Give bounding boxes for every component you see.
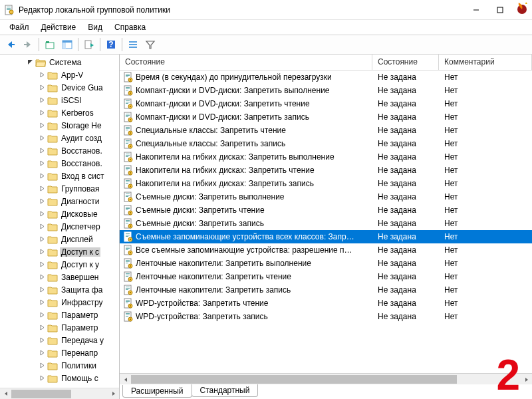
tree-node[interactable]: Вход в сист bbox=[0, 170, 119, 182]
export-list-button[interactable] bbox=[81, 37, 97, 53]
policy-row[interactable]: Съемные запоминающие устройства всех кла… bbox=[120, 230, 532, 243]
tree-node[interactable]: Помощь с bbox=[0, 372, 119, 384]
policy-row[interactable]: Компакт-диски и DVD-диски: Запретить чте… bbox=[120, 97, 532, 110]
tree-node[interactable]: Диагности bbox=[0, 195, 119, 207]
tree-node[interactable]: iSCSI bbox=[0, 94, 119, 106]
tree-expander-icon[interactable] bbox=[39, 160, 46, 167]
policy-row[interactable]: Время (в секундах) до принудительной пер… bbox=[120, 70, 532, 84]
tree-expander-icon[interactable] bbox=[39, 198, 46, 205]
tree-node[interactable]: Дисплей bbox=[0, 233, 119, 245]
policy-row[interactable]: Специальные классы: Запретить записьНе з… bbox=[120, 137, 532, 150]
policy-row[interactable]: Все съемные запоминающие устройства: раз… bbox=[120, 243, 532, 257]
policy-row[interactable]: WPD-устройства: Запретить записьНе задан… bbox=[120, 310, 532, 323]
tree-node[interactable]: Восстанов. bbox=[0, 144, 119, 157]
policy-row[interactable]: Ленточные накопители: Запретить записьНе… bbox=[120, 283, 532, 297]
tree-expander-icon[interactable] bbox=[39, 299, 46, 306]
tree-node[interactable]: Групповая bbox=[0, 182, 119, 195]
tree-expander-icon[interactable] bbox=[39, 311, 46, 319]
policy-row[interactable]: Накопители на гибких дисках: Запретить ч… bbox=[120, 164, 532, 177]
tab-extended[interactable]: Расширенный bbox=[122, 385, 192, 398]
tree-node[interactable]: Восстанов. bbox=[0, 157, 119, 170]
tree-horizontal-scrollbar[interactable] bbox=[0, 388, 119, 399]
all-settings-button[interactable] bbox=[125, 37, 141, 53]
tree-expander-icon[interactable] bbox=[39, 349, 46, 356]
maximize-button[interactable] bbox=[488, 1, 512, 19]
tree-expander-icon[interactable] bbox=[39, 223, 46, 230]
tree-node[interactable]: Device Gua bbox=[0, 81, 119, 94]
tree-panel[interactable]: СистемаApp-VDevice GuaiSCSIKerberosStora… bbox=[0, 55, 120, 399]
tree-node[interactable]: Параметр bbox=[0, 321, 119, 334]
tree-node[interactable]: App-V bbox=[0, 68, 119, 81]
tree-expander-icon[interactable] bbox=[39, 134, 46, 142]
tree-node-root[interactable]: Система bbox=[0, 56, 119, 68]
forward-button[interactable] bbox=[20, 37, 36, 53]
tree-node[interactable]: Kerberos bbox=[0, 106, 119, 119]
menu-help[interactable]: Справка bbox=[109, 21, 151, 33]
tree-expander-icon[interactable] bbox=[39, 273, 46, 281]
scroll-right-icon[interactable] bbox=[521, 374, 532, 385]
tree-expander-icon[interactable] bbox=[39, 210, 46, 217]
tree-expander-icon[interactable] bbox=[39, 96, 46, 104]
tree-node[interactable]: Защита фа bbox=[0, 283, 119, 296]
tree-node[interactable]: Передача у bbox=[0, 334, 119, 346]
tree-node[interactable]: Доступ к у bbox=[0, 258, 119, 271]
menu-view[interactable]: Вид bbox=[82, 21, 108, 33]
tree-node[interactable]: Доступ к с bbox=[0, 245, 119, 258]
tree-expander-icon[interactable] bbox=[39, 122, 46, 129]
policy-row[interactable]: Компакт-диски и DVD-диски: Запретить вып… bbox=[120, 84, 532, 97]
column-header-comment[interactable]: Комментарий bbox=[439, 55, 532, 70]
column-header-name[interactable]: Состояние bbox=[120, 55, 372, 70]
tree-expander-icon[interactable] bbox=[39, 147, 46, 154]
extension-icon[interactable] bbox=[515, 1, 529, 15]
scroll-left-icon[interactable] bbox=[0, 388, 11, 400]
tree-node[interactable]: Перенапр bbox=[0, 346, 119, 359]
policy-row[interactable]: Ленточные накопители: Запретить выполнен… bbox=[120, 257, 532, 270]
show-hide-tree-button[interactable] bbox=[59, 37, 75, 53]
scrollbar-thumb[interactable] bbox=[11, 390, 71, 398]
tab-standard[interactable]: Стандартный bbox=[192, 384, 259, 397]
policy-row[interactable]: Съемные диски: Запретить выполнениеНе за… bbox=[120, 190, 532, 203]
tree-expander-icon[interactable] bbox=[39, 362, 46, 369]
tree-expander-icon[interactable] bbox=[39, 248, 46, 255]
tree-expander-icon[interactable] bbox=[27, 59, 34, 66]
scroll-left-icon[interactable] bbox=[120, 374, 131, 385]
policy-row[interactable]: Съемные диски: Запретить записьНе задана… bbox=[120, 217, 532, 230]
menu-action[interactable]: Действие bbox=[36, 21, 82, 33]
tree-node[interactable]: Параметр bbox=[0, 309, 119, 321]
list-horizontal-scrollbar[interactable] bbox=[120, 373, 532, 384]
policy-row[interactable]: Накопители на гибких дисках: Запретить з… bbox=[120, 177, 532, 190]
tree-node[interactable]: Дисковые bbox=[0, 207, 119, 220]
tree-expander-icon[interactable] bbox=[39, 185, 46, 192]
tree-expander-icon[interactable] bbox=[39, 261, 46, 268]
tree-node[interactable]: Аудит созд bbox=[0, 132, 119, 144]
up-button[interactable] bbox=[42, 37, 58, 53]
tree-node[interactable]: Политики bbox=[0, 359, 119, 372]
policy-row[interactable]: Специальные классы: Запретить чтениеНе з… bbox=[120, 124, 532, 137]
policy-row[interactable]: Ленточные накопители: Запретить чтениеНе… bbox=[120, 270, 532, 283]
list-body[interactable]: Время (в секундах) до принудительной пер… bbox=[120, 70, 532, 373]
tree-expander-icon[interactable] bbox=[39, 374, 46, 382]
tree-node[interactable]: Диспетчер bbox=[0, 220, 119, 233]
tree-node[interactable]: Инфрастру bbox=[0, 296, 119, 309]
tree-expander-icon[interactable] bbox=[39, 324, 46, 331]
tree-expander-icon[interactable] bbox=[39, 336, 46, 344]
tree-expander-icon[interactable] bbox=[39, 71, 46, 78]
tree-expander-icon[interactable] bbox=[39, 286, 46, 293]
tree-expander-icon[interactable] bbox=[39, 84, 46, 91]
policy-row[interactable]: Накопители на гибких дисках: Запретить в… bbox=[120, 150, 532, 164]
menu-file[interactable]: Файл bbox=[4, 21, 35, 33]
help-button[interactable]: ? bbox=[103, 37, 119, 53]
tree-expander-icon[interactable] bbox=[39, 172, 46, 180]
scroll-right-icon[interactable] bbox=[108, 388, 119, 400]
column-header-state[interactable]: Состояние bbox=[372, 55, 439, 70]
scrollbar-thumb[interactable] bbox=[131, 375, 457, 384]
policy-row[interactable]: Съемные диски: Запретить чтениеНе задана… bbox=[120, 203, 532, 217]
tree-expander-icon[interactable] bbox=[39, 235, 46, 243]
back-button[interactable] bbox=[3, 37, 19, 53]
filter-button[interactable] bbox=[142, 37, 158, 53]
policy-row[interactable]: WPD-устройства: Запретить чтениеНе задан… bbox=[120, 297, 532, 310]
minimize-button[interactable] bbox=[464, 1, 488, 19]
policy-row[interactable]: Компакт-диски и DVD-диски: Запретить зап… bbox=[120, 110, 532, 124]
tree-node[interactable]: Завершен bbox=[0, 271, 119, 283]
tree-expander-icon[interactable] bbox=[39, 109, 46, 116]
